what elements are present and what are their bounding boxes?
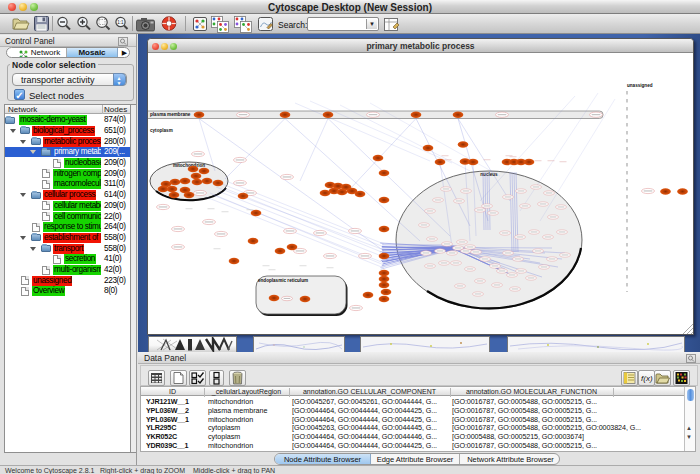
svg-text:unassigned: unassigned bbox=[627, 83, 653, 88]
svg-text:1:1: 1:1 bbox=[117, 20, 124, 25]
svg-text:f(x): f(x) bbox=[641, 374, 653, 383]
svg-text:cytoplasm: cytoplasm bbox=[150, 128, 173, 133]
svg-text:plasma membrane: plasma membrane bbox=[150, 112, 191, 117]
svg-text:endoplasmic reticulum: endoplasmic reticulum bbox=[258, 278, 308, 283]
